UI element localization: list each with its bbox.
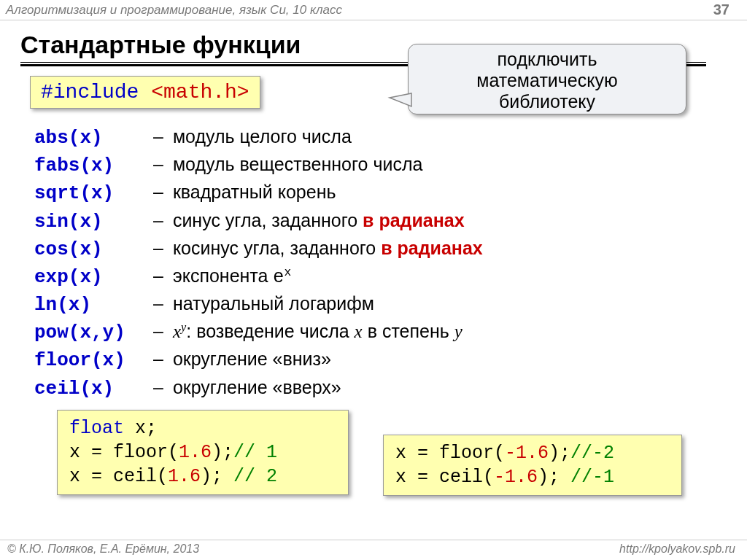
dash-icon: – [149,319,168,345]
func-desc: натуральный логарифм [173,293,374,314]
func-sig: ln(x) [34,292,144,319]
code-example-left: float x; x = floor(1.6);// 1 x = ceil(1.… [57,410,349,495]
include-keyword: #include [41,81,139,104]
footer-url: http://kpolyakov.spb.ru [619,542,735,556]
func-sig: ceil(x) [34,376,144,402]
func-row-sin: sin(x) – синус угла, заданного в радиана… [34,208,713,236]
func-row-abs: abs(x) – модуль целого числа [34,124,713,152]
func-row-pow: pow(x,y) – xy: возведение числа x в степ… [34,319,713,346]
slide-header: Алгоритмизация и программирование, язык … [0,0,747,20]
include-directive-box: #include <math.h> [30,76,260,109]
code-text: ); [538,467,570,488]
include-header: <math.h> [151,81,249,104]
num-literal: 1.6 [179,442,212,463]
func-sig: exp(x) [34,264,144,291]
code-text: x; [124,418,157,439]
func-desc: косинус угла, заданного [173,238,381,258]
func-desc: в степень [363,321,454,341]
code-text: ); [549,443,570,464]
dash-icon: – [149,179,168,206]
func-row-ceil: ceil(x) – округление «вверх» [34,375,713,402]
func-sig: sin(x) [34,209,144,236]
course-title: Алгоритмизация и программирование, язык … [6,3,342,17]
callout-math-library: подключить математическую библиотеку [408,44,686,114]
copyright: © К.Ю. Поляков, Е.А. Ерёмин, 2013 [7,542,199,555]
func-desc: синус угла, заданного [173,210,363,230]
func-sig: cos(x) [34,236,144,263]
num-literal: -1.6 [505,443,549,464]
func-row-ln: ln(x) – натуральный логарифм [34,291,713,319]
callout-line: подключить [409,49,686,70]
func-row-sqrt: sqrt(x) – квадратный корень [34,179,713,207]
func-desc: модуль вещественного числа [173,154,423,174]
function-list: abs(x) – модуль целого числа fabs(x) – м… [34,124,713,402]
callout-pointer-icon [390,93,411,108]
code-text: x = ceil( [395,467,494,488]
dash-icon: – [149,124,168,150]
code-text: ); [201,466,233,487]
func-sig: fabs(x) [34,152,144,179]
func-sig: pow(x,y) [34,319,144,346]
code-text: x = floor( [395,443,505,464]
code-comment: // 2 [233,466,277,487]
func-sig: abs(x) [34,125,144,152]
func-emph: в радианах [381,238,483,258]
code-comment: //-1 [570,467,614,488]
svg-marker-0 [390,93,411,106]
num-literal: -1.6 [494,467,538,488]
ital-y: y [454,322,462,341]
ital-x: x [355,322,363,341]
dash-icon: – [149,263,168,289]
func-sig: sqrt(x) [34,180,144,207]
dash-icon: – [149,208,168,234]
num-literal: 1.6 [168,466,201,487]
func-desc: : возведение числа [186,321,354,341]
type-keyword: float [69,418,124,439]
dash-icon: – [149,375,168,401]
func-sig: floor(x) [34,347,144,374]
func-desc: модуль целого числа [173,126,352,147]
callout-line: математическую [409,70,686,91]
func-desc: округление «вверх» [173,377,341,397]
dash-icon: – [149,291,168,317]
code-comment: // 1 [233,442,277,463]
callout-line: библиотеку [409,91,686,112]
code-comment: //-2 [570,443,614,464]
func-desc: округление «вниз» [173,349,331,369]
func-desc: экспонента [173,265,273,286]
func-sup: x [284,265,291,279]
code-text: x = floor( [69,442,179,463]
dash-icon: – [149,346,168,373]
func-row-floor: floor(x) – округление «вниз» [34,346,713,374]
code-text: ); [212,442,233,463]
code-text: x = ceil( [69,466,168,487]
ital-x: x [173,322,181,341]
func-mono: e [273,267,284,288]
func-emph: в радианах [363,210,465,230]
code-example-right: x = floor(-1.6);//-2 x = ceil(-1.6); //-… [383,435,682,496]
dash-icon: – [149,152,168,178]
dash-icon: – [149,236,168,262]
func-row-fabs: fabs(x) – модуль вещественного числа [34,152,713,179]
func-row-cos: cos(x) – косинус угла, заданного в радиа… [34,236,713,263]
func-row-exp: exp(x) – экспонента ex [34,263,713,291]
func-desc: квадратный корень [173,182,336,202]
slide-footer: © К.Ю. Поляков, Е.А. Ерёмин, 2013 http:/… [0,540,747,560]
page-number: 37 [713,1,729,18]
